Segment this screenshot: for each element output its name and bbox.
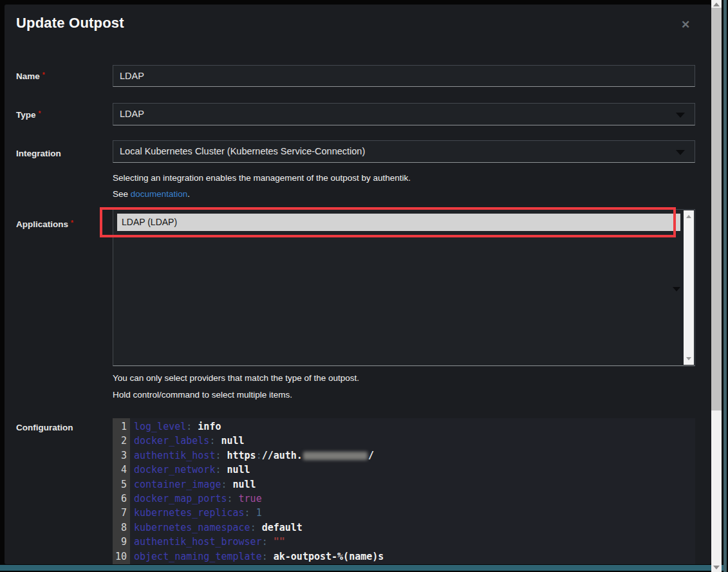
applications-selected-option[interactable]: LDAP (LDAP) — [117, 214, 680, 231]
type-select-value: LDAP — [120, 109, 144, 119]
code-token: : — [215, 464, 227, 475]
name-label-text: Name — [16, 71, 40, 81]
page-background-right-edge — [723, 0, 727, 572]
scroll-down-icon[interactable] — [686, 357, 691, 360]
redacted-blur — [303, 452, 368, 460]
documentation-link[interactable]: documentation — [131, 189, 188, 199]
period-text: . — [187, 189, 190, 199]
applications-listbox[interactable]: LDAP (LDAP) — [113, 209, 695, 366]
code-text: authentik_host: https://auth./ — [130, 450, 374, 461]
configuration-editor[interactable]: 1log_level: info2docker_labels: null3aut… — [113, 418, 695, 564]
code-token: : — [186, 421, 198, 432]
code-line: 1log_level: info — [113, 420, 695, 434]
close-button[interactable]: ✕ — [678, 17, 693, 33]
code-token: default — [262, 522, 303, 533]
integration-select[interactable]: Local Kubernetes Cluster (Kubernetes Ser… — [113, 140, 695, 163]
code-token: docker_map_ports — [134, 493, 227, 504]
applications-label-text: Applications — [16, 219, 68, 229]
line-number: 10 — [113, 549, 130, 564]
code-token: info — [198, 421, 221, 432]
name-required-asterisk: * — [42, 71, 45, 78]
see-text: See — [113, 189, 131, 199]
code-line: 2docker_labels: null — [113, 434, 695, 448]
page-scrollbar[interactable] — [711, 0, 722, 572]
name-input-value: LDAP — [120, 71, 144, 81]
line-number: 8 — [113, 521, 130, 535]
configuration-label: Configuration — [16, 423, 106, 432]
code-token: : — [250, 522, 262, 533]
integration-label: Integration — [16, 149, 106, 158]
code-token: 1 — [256, 507, 262, 519]
line-number: 4 — [113, 463, 130, 477]
code-text: kubernetes_namespace: default — [130, 522, 303, 533]
code-token: kubernetes_namespace — [134, 522, 250, 533]
type-label-text: Type — [16, 110, 36, 120]
page: Update Outpost ✕ Name* LDAP Type* LDAP I… — [0, 0, 728, 572]
code-line: 8kubernetes_namespace: default — [113, 521, 695, 535]
code-token: authentik_host — [134, 450, 215, 461]
code-token: //auth. — [262, 450, 303, 461]
code-line: 7kubernetes_replicas: 1 — [113, 506, 695, 520]
type-required-asterisk: * — [39, 110, 41, 117]
code-token: kubernetes_replicas — [134, 507, 245, 519]
code-token: object_naming_template — [134, 551, 262, 562]
code-token: : — [256, 450, 262, 461]
integration-doc-help: See documentation. — [113, 189, 686, 199]
modal-title: Update Outpost — [16, 15, 124, 32]
page-background-bottom-edge — [0, 565, 723, 571]
update-outpost-modal: Update Outpost ✕ Name* LDAP Type* LDAP I… — [5, 5, 711, 564]
code-token: true — [239, 493, 262, 504]
code-token: : — [209, 435, 221, 447]
configuration-editor-lines: 1log_level: info2docker_labels: null3aut… — [113, 420, 695, 564]
code-token: "" — [274, 536, 285, 548]
code-token: docker_labels — [134, 435, 209, 447]
line-number: 7 — [113, 506, 130, 520]
integration-help-text: Selecting an integration enables the man… — [113, 173, 686, 183]
code-token: : — [262, 551, 274, 562]
type-label: Type* — [16, 110, 106, 120]
scrollbar-up-arrow-icon[interactable] — [713, 3, 720, 6]
code-token: ak-outpost-%(name)s — [274, 551, 384, 562]
code-token: https — [227, 450, 256, 461]
applications-help-text-2: Hold control/command to select multiple … — [113, 390, 686, 400]
code-line: 10object_naming_template: ak-outpost-%(n… — [113, 549, 695, 564]
code-text: kubernetes_replicas: 1 — [130, 507, 262, 519]
listbox-scrollbar[interactable] — [684, 210, 694, 365]
code-text: docker_labels: null — [130, 435, 245, 447]
close-icon: ✕ — [681, 19, 690, 31]
code-text: authentik_host_browser: "" — [130, 536, 285, 548]
code-text: docker_network: null — [130, 464, 250, 475]
line-number: 2 — [113, 434, 130, 448]
code-line: 4docker_network: null — [113, 463, 695, 477]
scroll-up-icon[interactable] — [686, 215, 691, 218]
applications-label: Applications* — [16, 219, 106, 229]
chevron-down-icon — [676, 113, 685, 118]
line-number: 5 — [113, 477, 130, 492]
code-token: null — [233, 479, 256, 490]
code-text: object_naming_template: ak-outpost-%(nam… — [130, 551, 384, 562]
name-input[interactable]: LDAP — [113, 65, 695, 87]
code-token: log_level — [134, 421, 186, 432]
line-number: 1 — [113, 420, 130, 434]
code-text: log_level: info — [130, 421, 221, 432]
configuration-label-text: Configuration — [16, 423, 73, 432]
code-token: / — [368, 450, 374, 461]
code-token: : — [221, 479, 232, 490]
scrollbar-thumb[interactable] — [711, 8, 722, 411]
code-token: : — [262, 536, 274, 548]
line-number: 3 — [113, 448, 130, 463]
code-line: 3authentik_host: https://auth./ — [113, 448, 695, 463]
code-token: null — [227, 464, 250, 475]
code-text: container_image: null — [130, 479, 256, 490]
code-text: docker_map_ports: true — [130, 493, 262, 504]
line-number: 9 — [113, 535, 130, 549]
name-label: Name* — [16, 71, 106, 81]
line-number: 6 — [113, 492, 130, 506]
code-token: : — [245, 507, 256, 519]
code-line: 6docker_map_ports: true — [113, 492, 695, 506]
integration-label-text: Integration — [16, 149, 61, 158]
scrollbar-down-arrow-icon[interactable] — [713, 566, 720, 569]
type-select[interactable]: LDAP — [113, 103, 695, 125]
code-token: : — [227, 493, 239, 504]
code-token: container_image — [134, 479, 221, 490]
